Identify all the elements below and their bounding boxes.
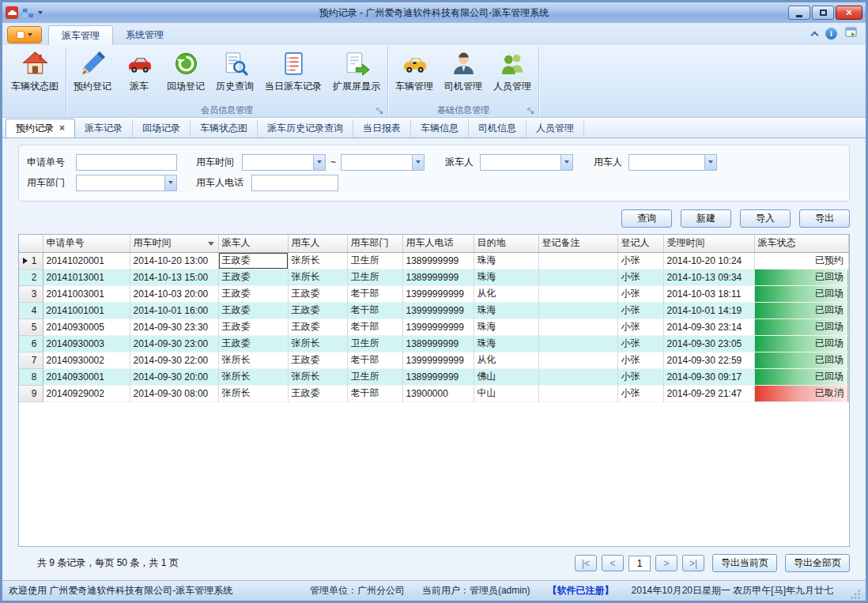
user-combo[interactable]	[628, 154, 717, 171]
cell-registrar[interactable]: 小张	[617, 269, 663, 285]
column-header[interactable]: 用车人	[288, 235, 347, 252]
export-current-page-button[interactable]: 导出当前页	[712, 554, 777, 572]
first-page-button[interactable]: |<	[575, 555, 597, 571]
cell-registrar[interactable]: 小张	[617, 368, 663, 385]
ribbon-tab-dispatch[interactable]: 派车管理	[48, 25, 113, 45]
info-icon[interactable]: i	[825, 28, 837, 40]
minimize-button[interactable]	[788, 6, 810, 20]
column-header[interactable]: 用车时间	[130, 235, 218, 252]
dropdown-arrow-icon[interactable]	[164, 175, 176, 190]
cell-dispatcher[interactable]: 王政委	[218, 335, 288, 352]
doc-tab[interactable]: 预约记录×	[6, 119, 75, 138]
cell-registrar[interactable]: 小张	[617, 318, 663, 335]
table-row[interactable]: 9201409290022014-09-30 08:00张所长王政委老干部139…	[19, 385, 849, 401]
cell-apply-no[interactable]: 20141020001	[43, 252, 130, 269]
cell-apply-no[interactable]: 20140930003	[43, 335, 130, 352]
cell-registrar[interactable]: 小张	[617, 252, 663, 269]
ribbon-tab-system[interactable]: 系统管理	[113, 25, 176, 45]
cell-remark[interactable]	[538, 385, 617, 401]
cell-department[interactable]: 卫生所	[347, 252, 402, 269]
cell-remark[interactable]	[538, 318, 617, 335]
cell-apply-no[interactable]: 20141003001	[43, 285, 130, 302]
table-row[interactable]: 1201410200012014-10-20 13:00王政委张所长卫生所138…	[19, 252, 849, 269]
cell-status[interactable]: 已回场	[754, 302, 849, 318]
doc-tab[interactable]: 车辆状态图	[191, 119, 258, 138]
cell-status[interactable]: 已回场	[754, 368, 849, 385]
cell-dispatcher[interactable]: 王政委	[218, 252, 288, 269]
cell-apply-no[interactable]: 20140929002	[43, 385, 130, 401]
cell-remark[interactable]	[538, 285, 617, 302]
use-time-from-combo[interactable]	[242, 154, 326, 171]
cell-accept-time[interactable]: 2014-09-30 23:05	[663, 335, 754, 352]
query-button[interactable]: 查询	[621, 209, 672, 228]
cell-department[interactable]: 老干部	[347, 318, 402, 335]
cell-phone[interactable]: 1389999999	[402, 368, 474, 385]
export-button[interactable]: 导出	[799, 209, 850, 228]
column-header[interactable]: 派车状态	[754, 235, 849, 252]
dropdown-arrow-icon[interactable]	[412, 155, 424, 170]
cell-apply-no[interactable]: 20140930002	[43, 352, 130, 368]
dropdown-arrow-icon[interactable]	[560, 155, 572, 170]
cell-registrar[interactable]: 小张	[617, 302, 663, 318]
cell-destination[interactable]: 珠海	[474, 318, 538, 335]
cell-dispatcher[interactable]: 王政委	[218, 285, 288, 302]
cell-accept-time[interactable]: 2014-09-30 22:59	[663, 352, 754, 368]
cell-user[interactable]: 张所长	[288, 335, 347, 352]
column-header[interactable]: 目的地	[474, 235, 538, 252]
cell-use-time[interactable]: 2014-09-30 23:00	[130, 335, 218, 352]
cell-phone[interactable]: 13900000	[402, 385, 474, 401]
cell-dispatcher[interactable]: 张所长	[218, 368, 288, 385]
dropdown-arrow-icon[interactable]	[313, 155, 325, 170]
cell-accept-time[interactable]: 2014-10-03 18:11	[663, 285, 754, 302]
ribbon-button-driver[interactable]: 司机管理	[439, 47, 488, 104]
cell-use-time[interactable]: 2014-09-30 20:00	[130, 368, 218, 385]
cell-phone[interactable]: 13999999999	[402, 302, 474, 318]
table-row[interactable]: 8201409300012014-09-30 20:00张所长张所长卫生所138…	[19, 368, 849, 385]
cell-use-time[interactable]: 2014-09-30 23:30	[130, 318, 218, 335]
cell-use-time[interactable]: 2014-10-20 13:00	[130, 252, 218, 269]
cell-destination[interactable]: 从化	[474, 285, 538, 302]
cell-destination[interactable]: 珠海	[474, 335, 538, 352]
quick-access-layout-icon[interactable]	[22, 7, 34, 19]
cell-user[interactable]: 张所长	[288, 368, 347, 385]
ribbon-button-red-car[interactable]: 派车	[117, 47, 161, 104]
cell-department[interactable]: 卫生所	[347, 335, 402, 352]
cell-user[interactable]: 王政委	[288, 318, 347, 335]
dropdown-arrow-icon[interactable]	[704, 155, 716, 170]
cell-department[interactable]: 老干部	[347, 352, 402, 368]
apply-no-input[interactable]	[76, 154, 177, 171]
cell-destination[interactable]: 中山	[474, 385, 538, 401]
cell-phone[interactable]: 1389999999	[402, 335, 474, 352]
ribbon-button-return-refresh[interactable]: 回场登记	[161, 47, 210, 104]
cell-phone[interactable]: 13999999999	[402, 318, 474, 335]
table-row[interactable]: 6201409300032014-09-30 23:00王政委张所长卫生所138…	[19, 335, 849, 352]
table-row[interactable]: 4201410010012014-10-01 16:00王政委王政委老干部139…	[19, 302, 849, 318]
cell-destination[interactable]: 珠海	[474, 302, 538, 318]
close-button[interactable]: ×	[836, 6, 862, 20]
cell-dispatcher[interactable]: 王政委	[218, 269, 288, 285]
cell-department[interactable]: 老干部	[347, 385, 402, 401]
cell-remark[interactable]	[538, 352, 617, 368]
table-row[interactable]: 3201410030012014-10-03 20:00王政委王政委老干部139…	[19, 285, 849, 302]
column-header[interactable]: 登记人	[617, 235, 663, 252]
registered-link[interactable]: 【软件已注册】	[548, 584, 614, 597]
filter-dropdown-icon[interactable]	[208, 242, 214, 246]
cell-accept-time[interactable]: 2014-09-29 21:47	[663, 385, 754, 401]
cell-destination[interactable]: 佛山	[474, 368, 538, 385]
cell-accept-time[interactable]: 2014-10-01 14:19	[663, 302, 754, 318]
cell-phone[interactable]: 1389999999	[402, 252, 474, 269]
table-row[interactable]: 2201410130012014-10-13 15:00王政委张所长卫生所138…	[19, 269, 849, 285]
cell-apply-no[interactable]: 20141001001	[43, 302, 130, 318]
department-combo[interactable]	[76, 175, 177, 191]
doc-tab[interactable]: 车辆信息	[411, 119, 469, 138]
cell-remark[interactable]	[538, 368, 617, 385]
cell-status[interactable]: 已回场	[754, 285, 849, 302]
column-header[interactable]: 申请单号	[43, 235, 130, 252]
cell-apply-no[interactable]: 20141013001	[43, 269, 130, 285]
cell-department[interactable]: 卫生所	[347, 368, 402, 385]
column-header[interactable]: 受理时间	[663, 235, 754, 252]
cell-phone[interactable]: 1389999999	[402, 269, 474, 285]
ribbon-button-daily-record[interactable]: 当日派车记录	[259, 47, 327, 104]
cell-registrar[interactable]: 小张	[617, 335, 663, 352]
cell-use-time[interactable]: 2014-10-13 15:00	[130, 269, 218, 285]
